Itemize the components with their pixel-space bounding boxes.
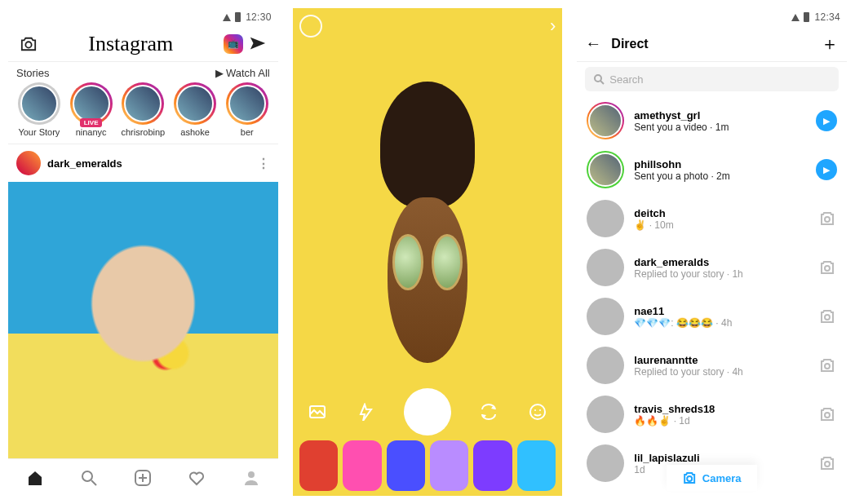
battery-icon [804,12,809,22]
flash-icon[interactable] [355,400,378,423]
igtv-icon[interactable]: 📺 [221,32,246,56]
dm-avatar[interactable] [587,151,624,188]
play-icon[interactable]: ▶ [816,110,837,131]
post-more-icon[interactable]: ⋮ [257,156,270,171]
forward-icon[interactable]: › [550,15,556,37]
camera-icon[interactable] [819,259,837,276]
signal-icon [791,14,800,21]
home-icon[interactable] [23,466,47,490]
clock: 12:30 [246,11,272,23]
camera-icon[interactable] [819,210,837,227]
logo: Instagram [88,32,173,55]
svg-point-0 [25,42,31,47]
camera-bar[interactable]: Camera [667,465,758,491]
clock: 12:34 [814,11,840,23]
stories-label: Stories [16,67,49,79]
camera-viewfinder [341,82,514,399]
face-filter-icon[interactable] [526,400,549,423]
camera-icon[interactable] [819,455,837,471]
dm-row[interactable]: amethyst_grlSent you a video · 1m ▶ [577,96,847,145]
search-icon [593,73,605,85]
direct-title: Direct [611,37,811,51]
svg-point-13 [825,217,830,222]
dm-avatar[interactable] [587,444,624,482]
svg-point-11 [595,75,601,82]
camera-icon[interactable] [819,357,837,374]
svg-point-14 [825,266,830,271]
dm-row[interactable]: travis_shreds18🔥🔥✌️ · 1d [577,390,847,439]
story-item[interactable]: ber [223,82,272,137]
camera-top-controls: › [299,15,556,38]
bottom-nav [8,458,278,496]
dm-avatar[interactable] [587,200,624,237]
stories-header: Stories ▶ Watch All [8,62,278,79]
filter-item[interactable] [517,440,556,491]
shutter-button[interactable] [404,388,451,435]
dm-row[interactable]: phillsohnSent you a photo · 2m ▶ [577,145,847,194]
post-username[interactable]: dark_emeralds [47,157,122,170]
svg-point-17 [825,413,830,418]
filter-item[interactable] [299,440,338,491]
svg-point-9 [534,409,536,411]
camera-icon[interactable] [819,406,837,422]
top-bar: Instagram 📺 [8,26,278,62]
dm-avatar[interactable] [587,347,624,384]
story-item[interactable]: chrisrobinp [118,82,167,137]
story-item[interactable]: Your Story [15,82,64,137]
filter-tray[interactable] [293,440,563,491]
new-message-icon[interactable]: ＋ [821,32,839,56]
dm-list[interactable]: amethyst_grlSent you a video · 1m ▶ phil… [577,96,847,496]
dm-avatar[interactable] [587,102,624,139]
filter-item[interactable] [387,440,425,491]
direct-top-bar: ← Direct ＋ [577,26,847,62]
camera-icon[interactable] [16,32,41,56]
story-item[interactable]: ashoke [171,82,219,137]
dm-row[interactable]: deitch✌️ · 10m [577,194,847,243]
signal-icon [223,14,231,21]
direct-pane: 12:34 ← Direct ＋ Search amethyst_grlSent… [577,8,847,496]
dm-avatar[interactable] [587,396,624,433]
search-input[interactable]: Search [585,67,839,91]
dm-avatar[interactable] [587,249,624,286]
filter-item[interactable] [473,440,512,491]
gallery-icon[interactable] [306,400,329,423]
play-icon[interactable]: ▶ [816,159,837,180]
camera-icon[interactable] [819,308,837,325]
back-icon[interactable]: ← [585,34,601,53]
direct-icon[interactable] [246,32,270,56]
camera-icon [683,471,698,484]
story-item[interactable]: LIVEninanyc [67,82,116,137]
svg-point-6 [248,471,255,478]
switch-camera-icon[interactable] [477,400,500,423]
activity-icon[interactable] [184,466,209,490]
stories-row[interactable]: Your StoryLIVEninanycchrisrobinpashokebe… [8,79,278,144]
svg-point-18 [825,462,830,466]
post-header[interactable]: dark_emeralds ⋮ [8,144,278,182]
camera-pane: › [293,8,563,496]
dm-avatar[interactable] [587,298,624,335]
filter-item[interactable] [430,440,468,491]
settings-icon[interactable] [299,15,322,38]
camera-controls [293,388,563,435]
svg-line-12 [600,81,604,84]
status-bar: 12:34 [577,8,847,26]
battery-icon [235,12,241,22]
svg-line-2 [91,480,96,485]
search-placeholder: Search [609,73,643,86]
add-post-icon[interactable] [131,466,155,490]
profile-icon[interactable] [239,466,264,490]
feed-pane: 12:30 Instagram 📺 Stories ▶ Watch All Yo… [8,8,278,496]
watch-all-button[interactable]: ▶ Watch All [215,67,270,79]
post-image[interactable] [8,182,278,458]
svg-point-10 [539,409,541,411]
svg-point-15 [825,315,830,320]
dm-row[interactable]: nae11💎💎💎: 😂😂😂 · 4h [577,292,847,341]
search-icon[interactable] [77,466,101,490]
dm-row[interactable]: dark_emeraldsReplied to your story · 1h [577,243,847,292]
filter-item[interactable] [343,440,381,491]
svg-point-8 [530,405,545,419]
dm-row[interactable]: laurenanntteReplied to your story · 4h [577,341,847,390]
svg-point-19 [687,476,692,481]
post-avatar[interactable] [16,151,41,175]
camera-label: Camera [702,472,742,484]
